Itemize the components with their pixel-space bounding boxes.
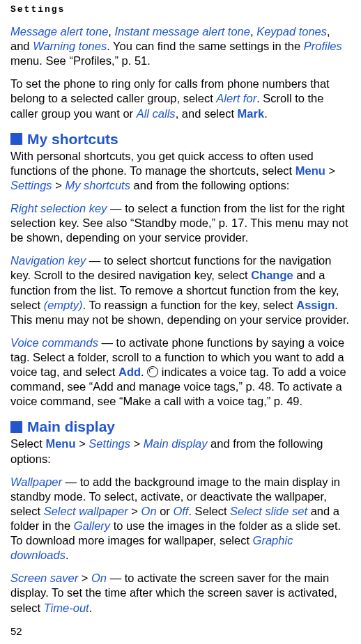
text: . You can find the same settings in the — [107, 40, 304, 52]
paragraph-alert-for: To set the phone to ring only for calls … — [10, 77, 351, 120]
voice-tag-icon — [147, 366, 158, 377]
text-off: Off — [173, 505, 188, 517]
text-select-wallpaper: Select wallpaper — [44, 505, 128, 517]
text: , and select — [176, 107, 238, 120]
text-on: On — [141, 505, 157, 517]
text-all-calls: All calls — [137, 107, 176, 120]
text: > — [128, 505, 141, 517]
text: With personal shortcuts, you get quick a… — [10, 150, 314, 177]
text: . — [141, 366, 147, 378]
text: > — [130, 437, 144, 450]
text-voice-commands: Voice commands — [10, 336, 98, 349]
text: . — [264, 107, 268, 120]
text: . — [89, 602, 93, 614]
text-menu: Menu — [295, 164, 325, 177]
text: and from the following options: — [130, 179, 289, 191]
paragraph-wallpaper: Wallpaper — to add the background image … — [10, 475, 351, 563]
text-instant-message-alert-tone: Instant message alert tone — [115, 25, 250, 38]
text-add: Add — [118, 366, 141, 378]
text-keypad-tones: Keypad tones — [256, 25, 327, 38]
text-right-selection-key: Right selection key — [10, 202, 107, 214]
page-number: 52 — [10, 625, 22, 637]
section-heading-my-shortcuts: My shortcuts — [10, 131, 351, 148]
text-warning-tones: Warning tones — [33, 40, 107, 52]
text: . Select — [188, 505, 230, 517]
paragraph-right-selection-key: Right selection key — to select a functi… — [10, 201, 351, 245]
text-wallpaper: Wallpaper — [10, 476, 62, 488]
text-gallery: Gallery — [74, 519, 110, 532]
text-settings: Settings — [10, 179, 52, 191]
text-screen-saver: Screen saver — [10, 572, 78, 584]
paragraph-screen-saver: Screen saver > On — to activate the scre… — [10, 571, 351, 615]
text: > — [325, 164, 335, 177]
text: > — [52, 179, 66, 191]
paragraph-navigation-key: Navigation key — to select shortcut func… — [10, 253, 351, 327]
text-settings: Settings — [89, 437, 130, 450]
text-time-out: Time-out — [44, 602, 89, 614]
text: . — [66, 549, 69, 561]
paragraph-voice-commands: Voice commands — to activate phone funct… — [10, 336, 351, 409]
text: > — [76, 437, 89, 450]
text-message-alert-tone: Message alert tone — [10, 25, 108, 38]
section-title: Main display — [27, 418, 115, 435]
paragraph-main-display-intro: Select Menu > Settings > Main display an… — [10, 437, 351, 466]
page-header: Settings — [10, 0, 351, 24]
text-assign: Assign — [296, 299, 335, 311]
square-bullet-icon — [10, 133, 22, 145]
section-title: My shortcuts — [27, 131, 118, 148]
text-menu: Menu — [45, 437, 75, 450]
text-select-slide-set: Select slide set — [230, 505, 307, 517]
text: > — [78, 572, 91, 584]
text: or — [157, 505, 174, 517]
text-empty: (empty) — [44, 299, 83, 311]
text-my-shortcuts: My shortcuts — [65, 179, 130, 191]
text-on: On — [91, 572, 107, 584]
text-change: Change — [251, 269, 293, 281]
text-navigation-key: Navigation key — [10, 254, 86, 267]
text-alert-for: Alert for — [216, 92, 256, 104]
text-profiles: Profiles — [304, 40, 342, 52]
text-mark: Mark — [238, 107, 265, 120]
text: . To reassign a function for the key, se… — [83, 299, 297, 311]
text-main-display: Main display — [144, 437, 208, 450]
section-heading-main-display: Main display — [10, 418, 351, 435]
text: menu. See “Profiles,” p. 51. — [10, 54, 151, 67]
square-bullet-icon — [10, 421, 22, 433]
paragraph-tone-settings: Message alert tone, Instant message aler… — [10, 24, 351, 68]
paragraph-shortcuts-intro: With personal shortcuts, you get quick a… — [10, 149, 351, 193]
text: , — [108, 25, 114, 38]
text: , — [250, 25, 256, 38]
text: Select — [10, 437, 45, 450]
